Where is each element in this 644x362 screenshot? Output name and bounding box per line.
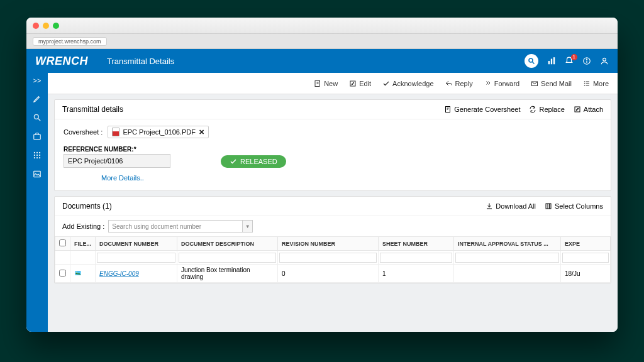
col-rev[interactable]: REVISION NUMBER <box>278 237 379 251</box>
svg-rect-3 <box>551 59 552 65</box>
col-file[interactable]: FILE... <box>70 237 96 251</box>
cell-expe: 18/Ju <box>561 265 611 283</box>
svg-point-9 <box>34 114 38 119</box>
svg-point-14 <box>39 152 40 153</box>
svg-point-7 <box>586 59 587 60</box>
generate-coversheet-button[interactable]: Generate Coversheet <box>444 106 520 113</box>
edit-icon[interactable] <box>33 94 42 103</box>
more-button[interactable]: More <box>583 80 609 87</box>
svg-rect-32 <box>575 107 580 112</box>
select-columns-button[interactable]: Select Columns <box>545 202 603 210</box>
col-docnum[interactable]: DOCUMENT NUMBER <box>96 237 177 251</box>
search-icon[interactable] <box>33 113 42 122</box>
expand-icon[interactable]: >> <box>33 77 42 84</box>
svg-rect-2 <box>548 61 550 64</box>
forward-button[interactable]: Forward <box>484 80 519 87</box>
app-logo: WRENCH <box>35 55 88 68</box>
svg-point-15 <box>34 155 35 156</box>
user-icon[interactable] <box>600 57 609 65</box>
status-badge: RELEASED <box>221 155 286 168</box>
url-bar: myproject.wrenchsp.com <box>26 34 618 49</box>
briefcase-icon[interactable] <box>33 132 42 141</box>
filter-docdesc[interactable] <box>179 253 276 263</box>
svg-point-17 <box>39 155 40 156</box>
document-search-combo[interactable]: Search using document number ▼ <box>108 220 253 233</box>
reply-button[interactable]: Reply <box>445 80 473 87</box>
edit-button[interactable]: Edit <box>349 80 371 87</box>
col-sheet[interactable]: SHEET NUMBER <box>379 237 454 251</box>
filter-expe[interactable] <box>562 253 609 263</box>
cell-approval <box>454 265 561 283</box>
svg-rect-30 <box>586 85 589 85</box>
svg-point-12 <box>34 152 35 153</box>
send-mail-button[interactable]: Send Mail <box>531 80 572 87</box>
attach-button[interactable]: Attach <box>574 106 603 113</box>
svg-point-27 <box>584 83 586 84</box>
add-existing-label: Add Existing : <box>62 222 104 230</box>
svg-rect-36 <box>75 271 81 275</box>
select-all-checkbox[interactable] <box>59 239 66 246</box>
maximize-traffic-light[interactable] <box>53 23 59 29</box>
svg-rect-11 <box>34 134 41 140</box>
svg-point-0 <box>529 58 533 62</box>
reference-label: REFERENCE NUMBER:* <box>64 146 170 153</box>
cell-rev: 0 <box>278 265 379 283</box>
combo-dropdown-icon[interactable]: ▼ <box>242 221 252 232</box>
col-approval[interactable]: INTERNAL APPROVAL STATUS ... <box>454 237 561 251</box>
svg-line-1 <box>533 62 535 64</box>
svg-rect-4 <box>553 57 555 64</box>
svg-point-29 <box>584 85 586 86</box>
documents-grid: FILE... DOCUMENT NUMBER DOCUMENT DESCRIP… <box>55 236 611 283</box>
svg-line-10 <box>38 119 41 121</box>
svg-point-13 <box>36 152 38 153</box>
panel-title: Transmittal details <box>62 105 123 114</box>
analytics-icon[interactable] <box>547 57 556 65</box>
svg-rect-28 <box>586 83 589 84</box>
row-checkbox[interactable] <box>59 270 66 277</box>
table-row[interactable]: ENGG-IC-009 Junction Box termination dra… <box>55 265 611 283</box>
svg-point-37 <box>76 272 77 273</box>
documents-panel: Documents (1) Download All Select Column… <box>54 196 611 283</box>
coversheet-file-chip[interactable]: EPC Project_0106.PDF ✕ <box>108 126 209 138</box>
cell-sheet: 1 <box>379 265 454 283</box>
cell-docdesc: Junction Box termination drawing <box>177 265 278 283</box>
image-icon[interactable] <box>33 170 42 178</box>
pdf-icon <box>112 128 119 136</box>
svg-rect-33 <box>546 204 551 209</box>
more-details-link[interactable]: More Details.. <box>101 174 602 182</box>
action-toolbar: New Edit Acknowledge Reply Forward Send … <box>48 73 618 94</box>
transmittal-details-panel: Transmittal details Generate Coversheet … <box>54 99 611 191</box>
download-all-button[interactable]: Download All <box>486 202 536 210</box>
file-type-icon <box>74 270 82 277</box>
notifications-icon[interactable]: 1 <box>565 57 574 65</box>
acknowledge-button[interactable]: Acknowledge <box>382 80 433 87</box>
url-field[interactable]: myproject.wrenchsp.com <box>33 37 107 46</box>
minimize-traffic-light[interactable] <box>43 23 49 29</box>
document-number-link[interactable]: ENGG-IC-009 <box>99 270 139 277</box>
svg-point-16 <box>36 155 38 156</box>
svg-point-19 <box>36 157 38 158</box>
col-expe[interactable]: EXPE <box>561 237 611 251</box>
svg-point-20 <box>39 157 40 158</box>
browser-window: myproject.wrenchsp.com WRENCH Transmitta… <box>26 18 618 332</box>
col-docdesc[interactable]: DOCUMENT DESCRIPTION <box>177 237 278 251</box>
svg-rect-26 <box>586 81 589 82</box>
info-icon[interactable] <box>582 57 591 65</box>
apps-icon[interactable] <box>33 151 42 160</box>
page-title: Transmittal Details <box>107 57 174 66</box>
filter-docnum[interactable] <box>97 253 175 263</box>
filter-approval[interactable] <box>455 253 559 263</box>
new-button[interactable]: New <box>314 80 338 87</box>
global-search-button[interactable] <box>525 54 538 68</box>
filter-rev[interactable] <box>279 253 377 263</box>
replace-button[interactable]: Replace <box>529 106 564 113</box>
remove-file-icon[interactable]: ✕ <box>199 128 204 136</box>
documents-title: Documents (1) <box>62 202 112 211</box>
filter-sheet[interactable] <box>380 253 452 263</box>
close-traffic-light[interactable] <box>33 23 39 29</box>
svg-point-25 <box>584 81 586 82</box>
app-header: WRENCH Transmittal Details 1 <box>26 49 618 73</box>
reference-input[interactable] <box>64 154 170 168</box>
notification-badge: 1 <box>571 54 577 60</box>
mac-titlebar <box>26 18 618 34</box>
